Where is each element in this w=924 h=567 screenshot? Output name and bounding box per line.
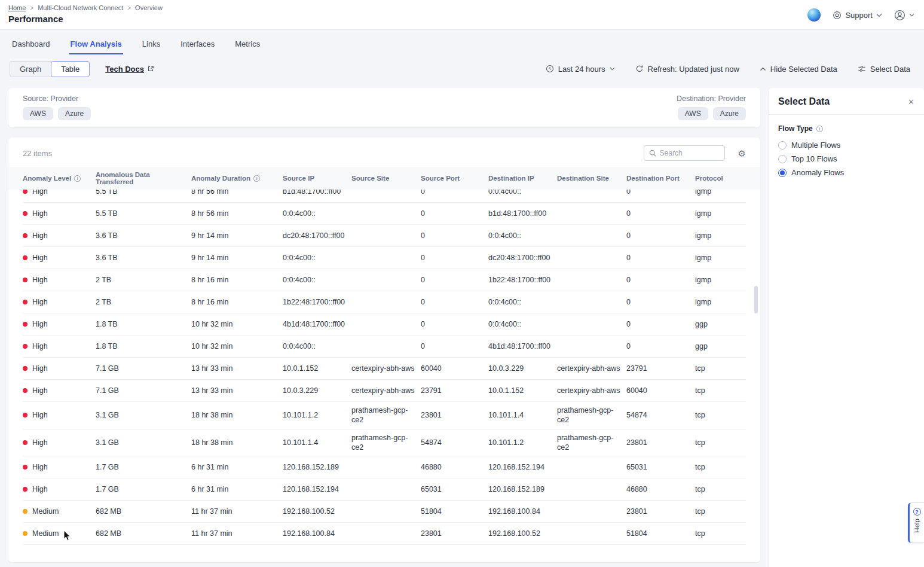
chip-aws[interactable]: AWS	[678, 107, 708, 120]
chip-aws[interactable]: AWS	[23, 107, 53, 120]
help-question-icon: ?	[913, 508, 921, 516]
cell-anomaly-duration: 11 hr 37 min	[191, 503, 283, 520]
cell-destination-port: 23791	[626, 360, 695, 377]
breadcrumb: Home > Multi-Cloud Network Connect > Ove…	[8, 4, 163, 11]
anomaly-level-label: High	[32, 319, 48, 329]
tech-docs-link[interactable]: Tech Docs	[105, 65, 154, 74]
cell-anomaly-duration: 8 hr 16 min	[191, 294, 283, 310]
anomaly-level-label: High	[32, 275, 48, 285]
table-row[interactable]: High1.8 TB10 hr 32 min4b1d:48:1700::ff00…	[23, 313, 746, 336]
cell-source-port: 65031	[421, 481, 488, 498]
cell-source-site	[351, 530, 421, 537]
cell-source-ip: 0:0:4c00::	[283, 272, 351, 288]
cell-destination-port: 0	[626, 316, 695, 333]
cell-anomalous-data: 3.6 TB	[96, 249, 191, 266]
table-view-button[interactable]: Table	[51, 61, 90, 77]
time-range-dropdown[interactable]: Last 24 hours	[546, 65, 615, 74]
cell-source-ip: 192.168.100.52	[283, 503, 351, 520]
radio-option-anomaly-flows[interactable]: Anomaly Flows	[778, 168, 914, 177]
table-row[interactable]: Medium682 MB11 hr 37 min192.168.100.5251…	[23, 501, 746, 523]
cell-anomalous-data: 3.6 TB	[96, 227, 191, 244]
graph-view-button[interactable]: Graph	[10, 61, 51, 77]
cell-protocol: tcp	[695, 360, 746, 377]
table-row[interactable]: High5.5 TB8 hr 56 minb1d:48:1700::ff0000…	[23, 190, 746, 203]
cell-destination-site	[557, 210, 626, 217]
anomaly-level-label: High	[32, 253, 48, 263]
cell-anomaly-duration: 9 hr 14 min	[191, 227, 283, 244]
radio-icon	[778, 155, 787, 163]
search-input[interactable]	[660, 149, 720, 157]
hide-selected-data-button[interactable]: Hide Selected Data	[760, 65, 837, 74]
refresh-button[interactable]: Refresh: Updated just now	[635, 65, 739, 74]
table-row[interactable]: High5.5 TB8 hr 56 min0:0:4c00::0b1d:48:1…	[23, 203, 746, 225]
cell-anomaly-duration: 6 hr 31 min	[191, 481, 283, 498]
breadcrumb-home[interactable]: Home	[8, 4, 26, 11]
table-search[interactable]	[644, 145, 725, 161]
cell-source-port: 23791	[421, 382, 488, 399]
flows-table-card: 22 items ⚙ Anomaly LevelAnomalous Data T…	[8, 138, 760, 562]
cell-anomalous-data: 5.5 TB	[96, 205, 191, 222]
radio-label: Top 10 Flows	[791, 154, 837, 163]
table-row[interactable]: High3.6 TB9 hr 14 mindc20:48:1700::ff000…	[23, 225, 746, 247]
support-menu[interactable]: Support	[833, 11, 882, 20]
chip-azure[interactable]: Azure	[58, 107, 91, 120]
cell-protocol: tcp	[695, 481, 746, 498]
anomaly-level-label: High	[32, 297, 48, 307]
cell-source-port: 0	[421, 205, 488, 222]
close-icon[interactable]: ✕	[908, 97, 914, 106]
tab-links[interactable]: Links	[141, 37, 161, 54]
radio-option-top-10-flows[interactable]: Top 10 Flows	[778, 154, 914, 163]
breadcrumb-overview[interactable]: Overview	[135, 4, 163, 11]
radio-option-multiple-flows[interactable]: Multiple Flows	[778, 141, 914, 150]
cell-source-port: 0	[421, 316, 488, 333]
table-row[interactable]: High7.1 GB13 hr 33 min10.0.3.229certexpi…	[23, 380, 746, 402]
table-row[interactable]: High3.6 TB9 hr 14 min0:0:4c00::0dc20:48:…	[23, 247, 746, 269]
table-row[interactable]: High1.7 GB6 hr 31 min120.168.152.1894688…	[23, 456, 746, 478]
table-settings-gear-icon[interactable]: ⚙	[738, 149, 746, 158]
cell-anomaly-level: High	[23, 338, 96, 355]
cell-source-site	[351, 190, 421, 195]
info-icon[interactable]	[74, 175, 81, 182]
cell-source-ip: 192.168.100.84	[283, 525, 351, 542]
tab-flow-analysis[interactable]: Flow Analysis	[69, 37, 123, 54]
select-data-panel: Select Data ✕ Flow Type Multiple FlowsTo…	[769, 88, 924, 567]
table-row[interactable]: Medium682 MB11 hr 37 min192.168.100.8423…	[23, 523, 746, 545]
chevron-down-icon	[876, 13, 882, 17]
table-row[interactable]: High3.1 GB18 hr 38 min10.101.1.4prathame…	[23, 429, 746, 457]
sliders-icon	[858, 65, 866, 73]
cell-destination-site	[557, 464, 626, 471]
table-scrollbar[interactable]	[754, 286, 758, 313]
table-row[interactable]: High2 TB8 hr 16 min1b22:48:1700::ff0000:…	[23, 291, 746, 313]
info-icon[interactable]	[816, 126, 823, 132]
select-data-button[interactable]: Select Data	[858, 65, 910, 74]
table-row[interactable]: High7.1 GB13 hr 33 min10.0.1.152certexpi…	[23, 358, 746, 380]
table-row[interactable]: High2 TB8 hr 16 min0:0:4c00::01b22:48:17…	[23, 269, 746, 291]
breadcrumb-mcn[interactable]: Multi-Cloud Network Connect	[38, 4, 123, 11]
radio-icon	[778, 141, 787, 150]
table-row[interactable]: High3.1 GB18 hr 38 min10.101.1.2prathame…	[23, 402, 746, 429]
user-menu[interactable]	[894, 10, 914, 21]
table-row[interactable]: High1.8 TB10 hr 32 min0:0:4c00::04b1d:48…	[23, 336, 746, 358]
anomaly-level-label: High	[32, 190, 48, 196]
table-row[interactable]: High1.7 GB6 hr 31 min120.168.152.1946503…	[23, 478, 746, 501]
cell-source-site	[351, 298, 421, 306]
tab-metrics[interactable]: Metrics	[234, 37, 261, 54]
severity-dot	[23, 509, 27, 514]
cell-anomaly-duration: 18 hr 38 min	[191, 434, 283, 451]
breadcrumb-separator: >	[30, 5, 33, 11]
severity-dot	[23, 300, 27, 304]
help-tab[interactable]: ? Help	[908, 502, 924, 543]
cell-destination-site	[557, 232, 626, 239]
cell-anomaly-duration: 10 hr 32 min	[191, 316, 283, 333]
cell-protocol: igmp	[695, 249, 746, 266]
external-link-icon	[147, 65, 154, 72]
anomaly-level-label: Medium	[32, 507, 59, 516]
cell-source-site: certexpiry-abh-aws	[351, 360, 421, 377]
cell-anomaly-level: High	[23, 434, 96, 451]
chip-azure[interactable]: Azure	[713, 107, 746, 120]
cell-source-ip: dc20:48:1700::ff00	[283, 227, 351, 244]
tab-dashboard[interactable]: Dashboard	[11, 37, 51, 54]
cell-anomaly-duration: 8 hr 56 min	[191, 190, 283, 200]
info-icon[interactable]	[253, 175, 260, 182]
tab-interfaces[interactable]: Interfaces	[179, 37, 216, 54]
